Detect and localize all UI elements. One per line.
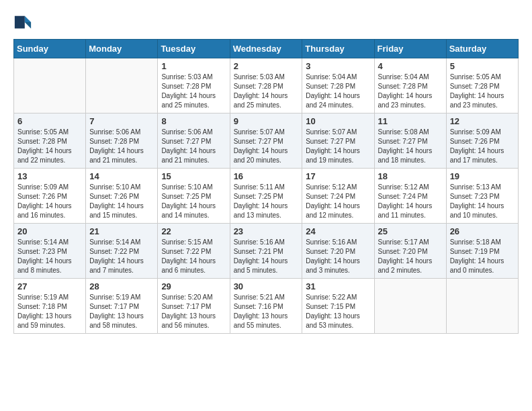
day-info: Sunrise: 5:06 AM Sunset: 7:28 PM Dayligh… (89, 128, 154, 165)
day-info: Sunrise: 5:19 AM Sunset: 7:18 PM Dayligh… (17, 293, 82, 330)
calendar-day-cell: 31Sunrise: 5:22 AM Sunset: 7:15 PM Dayli… (302, 279, 374, 334)
calendar-day-cell: 30Sunrise: 5:21 AM Sunset: 7:16 PM Dayli… (230, 279, 302, 334)
day-number: 22 (161, 226, 226, 236)
day-info: Sunrise: 5:18 AM Sunset: 7:19 PM Dayligh… (450, 238, 515, 275)
day-number: 1 (161, 61, 226, 71)
logo (13, 13, 35, 32)
page-header (13, 13, 519, 32)
day-info: Sunrise: 5:09 AM Sunset: 7:26 PM Dayligh… (450, 128, 515, 165)
day-of-week-header: Tuesday (158, 40, 230, 58)
day-info: Sunrise: 5:10 AM Sunset: 7:26 PM Dayligh… (89, 183, 154, 220)
calendar-day-cell: 9Sunrise: 5:07 AM Sunset: 7:27 PM Daylig… (230, 113, 302, 169)
day-info: Sunrise: 5:06 AM Sunset: 7:27 PM Dayligh… (161, 128, 226, 165)
calendar-week-row: 6Sunrise: 5:05 AM Sunset: 7:28 PM Daylig… (14, 113, 519, 169)
day-info: Sunrise: 5:09 AM Sunset: 7:26 PM Dayligh… (17, 183, 82, 220)
day-number: 29 (161, 281, 226, 291)
day-info: Sunrise: 5:05 AM Sunset: 7:28 PM Dayligh… (450, 73, 515, 110)
calendar-day-cell: 22Sunrise: 5:15 AM Sunset: 7:22 PM Dayli… (158, 224, 230, 279)
day-info: Sunrise: 5:03 AM Sunset: 7:28 PM Dayligh… (234, 73, 299, 110)
calendar-day-cell: 1Sunrise: 5:03 AM Sunset: 7:28 PM Daylig… (158, 58, 230, 113)
calendar-day-cell: 24Sunrise: 5:16 AM Sunset: 7:20 PM Dayli… (302, 224, 374, 279)
calendar-day-cell (446, 279, 518, 334)
calendar-day-cell: 7Sunrise: 5:06 AM Sunset: 7:28 PM Daylig… (86, 113, 158, 169)
calendar-day-cell: 14Sunrise: 5:10 AM Sunset: 7:26 PM Dayli… (86, 169, 158, 224)
calendar-day-cell: 26Sunrise: 5:18 AM Sunset: 7:19 PM Dayli… (446, 224, 518, 279)
calendar-day-cell: 27Sunrise: 5:19 AM Sunset: 7:18 PM Dayli… (14, 279, 86, 334)
day-number: 31 (306, 281, 370, 291)
calendar-week-row: 1Sunrise: 5:03 AM Sunset: 7:28 PM Daylig… (14, 58, 519, 113)
day-number: 25 (378, 226, 443, 236)
day-info: Sunrise: 5:14 AM Sunset: 7:23 PM Dayligh… (17, 238, 82, 275)
day-of-week-header: Sunday (14, 40, 86, 58)
day-of-week-header: Thursday (302, 40, 374, 58)
day-number: 19 (450, 171, 515, 181)
logo-icon (13, 13, 32, 32)
day-info: Sunrise: 5:16 AM Sunset: 7:20 PM Dayligh… (306, 238, 370, 275)
svg-rect-2 (15, 16, 25, 29)
calendar-day-cell: 18Sunrise: 5:12 AM Sunset: 7:24 PM Dayli… (374, 169, 446, 224)
calendar-day-cell: 11Sunrise: 5:08 AM Sunset: 7:27 PM Dayli… (374, 113, 446, 169)
day-info: Sunrise: 5:17 AM Sunset: 7:20 PM Dayligh… (378, 238, 443, 275)
calendar-day-cell: 16Sunrise: 5:11 AM Sunset: 7:25 PM Dayli… (230, 169, 302, 224)
day-number: 18 (378, 171, 443, 181)
day-info: Sunrise: 5:14 AM Sunset: 7:22 PM Dayligh… (89, 238, 154, 275)
day-info: Sunrise: 5:04 AM Sunset: 7:28 PM Dayligh… (306, 73, 370, 110)
calendar-day-cell: 3Sunrise: 5:04 AM Sunset: 7:28 PM Daylig… (302, 58, 374, 113)
day-number: 24 (306, 226, 370, 236)
day-info: Sunrise: 5:10 AM Sunset: 7:25 PM Dayligh… (161, 183, 226, 220)
day-number: 27 (17, 281, 82, 291)
calendar-day-cell: 6Sunrise: 5:05 AM Sunset: 7:28 PM Daylig… (14, 113, 86, 169)
day-number: 6 (17, 116, 82, 126)
calendar-week-row: 13Sunrise: 5:09 AM Sunset: 7:26 PM Dayli… (14, 169, 519, 224)
day-info: Sunrise: 5:07 AM Sunset: 7:27 PM Dayligh… (306, 128, 370, 165)
day-info: Sunrise: 5:16 AM Sunset: 7:21 PM Dayligh… (234, 238, 299, 275)
day-number: 14 (89, 171, 154, 181)
day-number: 30 (234, 281, 299, 291)
day-info: Sunrise: 5:12 AM Sunset: 7:24 PM Dayligh… (306, 183, 370, 220)
day-number: 23 (234, 226, 299, 236)
day-info: Sunrise: 5:20 AM Sunset: 7:17 PM Dayligh… (161, 293, 226, 330)
calendar-day-cell (14, 58, 86, 113)
day-info: Sunrise: 5:07 AM Sunset: 7:27 PM Dayligh… (234, 128, 299, 165)
day-number: 11 (378, 116, 443, 126)
calendar-day-cell: 19Sunrise: 5:13 AM Sunset: 7:23 PM Dayli… (446, 169, 518, 224)
day-number: 10 (306, 116, 370, 126)
day-of-week-header: Monday (86, 40, 158, 58)
calendar-day-cell: 10Sunrise: 5:07 AM Sunset: 7:27 PM Dayli… (302, 113, 374, 169)
calendar-day-cell: 21Sunrise: 5:14 AM Sunset: 7:22 PM Dayli… (86, 224, 158, 279)
day-info: Sunrise: 5:11 AM Sunset: 7:25 PM Dayligh… (234, 183, 299, 220)
calendar-day-cell: 13Sunrise: 5:09 AM Sunset: 7:26 PM Dayli… (14, 169, 86, 224)
day-number: 5 (450, 61, 515, 71)
day-number: 13 (17, 171, 82, 181)
day-info: Sunrise: 5:04 AM Sunset: 7:28 PM Dayligh… (378, 73, 443, 110)
day-info: Sunrise: 5:08 AM Sunset: 7:27 PM Dayligh… (378, 128, 443, 165)
day-info: Sunrise: 5:22 AM Sunset: 7:15 PM Dayligh… (306, 293, 370, 330)
day-number: 20 (17, 226, 82, 236)
day-number: 7 (89, 116, 154, 126)
day-info: Sunrise: 5:05 AM Sunset: 7:28 PM Dayligh… (17, 128, 82, 165)
day-of-week-header: Wednesday (230, 40, 302, 58)
day-number: 15 (161, 171, 226, 181)
day-number: 28 (89, 281, 154, 291)
calendar-day-cell: 8Sunrise: 5:06 AM Sunset: 7:27 PM Daylig… (158, 113, 230, 169)
svg-marker-0 (25, 16, 31, 22)
calendar-day-cell: 2Sunrise: 5:03 AM Sunset: 7:28 PM Daylig… (230, 58, 302, 113)
calendar-day-cell: 29Sunrise: 5:20 AM Sunset: 7:17 PM Dayli… (158, 279, 230, 334)
day-info: Sunrise: 5:12 AM Sunset: 7:24 PM Dayligh… (378, 183, 443, 220)
day-info: Sunrise: 5:15 AM Sunset: 7:22 PM Dayligh… (161, 238, 226, 275)
calendar-day-cell (86, 58, 158, 113)
day-info: Sunrise: 5:21 AM Sunset: 7:16 PM Dayligh… (234, 293, 299, 330)
calendar: SundayMondayTuesdayWednesdayThursdayFrid… (13, 39, 519, 334)
calendar-day-cell: 20Sunrise: 5:14 AM Sunset: 7:23 PM Dayli… (14, 224, 86, 279)
day-number: 26 (450, 226, 515, 236)
day-info: Sunrise: 5:13 AM Sunset: 7:23 PM Dayligh… (450, 183, 515, 220)
day-number: 12 (450, 116, 515, 126)
calendar-day-cell: 12Sunrise: 5:09 AM Sunset: 7:26 PM Dayli… (446, 113, 518, 169)
calendar-day-cell: 25Sunrise: 5:17 AM Sunset: 7:20 PM Dayli… (374, 224, 446, 279)
day-number: 16 (234, 171, 299, 181)
day-number: 2 (234, 61, 299, 71)
calendar-day-cell: 28Sunrise: 5:19 AM Sunset: 7:17 PM Dayli… (86, 279, 158, 334)
calendar-week-row: 20Sunrise: 5:14 AM Sunset: 7:23 PM Dayli… (14, 224, 519, 279)
calendar-day-cell: 17Sunrise: 5:12 AM Sunset: 7:24 PM Dayli… (302, 169, 374, 224)
day-number: 4 (378, 61, 443, 71)
